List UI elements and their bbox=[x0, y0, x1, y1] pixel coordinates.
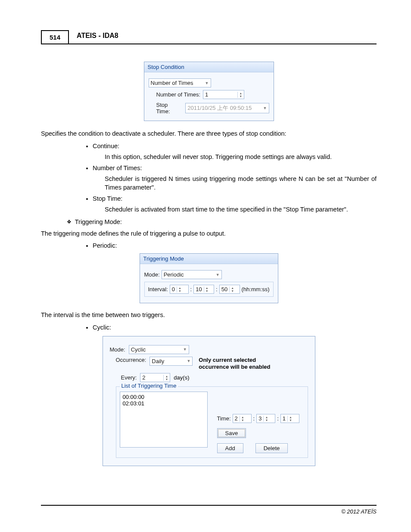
interval-label: Interval: bbox=[148, 286, 168, 292]
save-button[interactable]: Save bbox=[217, 428, 246, 438]
panel-title: Triggering Mode bbox=[140, 254, 278, 264]
occurrence-combo[interactable]: Daily ▼ bbox=[149, 357, 193, 366]
list-item-label: Cyclic: bbox=[93, 324, 111, 331]
interval-ss-spinner[interactable]: 50 ▲▼ bbox=[219, 285, 240, 294]
stop-type-combo[interactable]: Number of Times ▼ bbox=[149, 78, 211, 87]
every-spinner[interactable]: 2 ▲▼ bbox=[140, 373, 170, 382]
spinner-arrows-icon: ▲▼ bbox=[229, 286, 234, 292]
interval-hh-spinner[interactable]: 0 ▲▼ bbox=[170, 285, 189, 294]
list-item[interactable]: 02:03:01 bbox=[123, 400, 205, 407]
stop-condition-list: Continue: In this option, scheduler will… bbox=[93, 143, 377, 214]
count-spinner[interactable]: 1 ▲▼ bbox=[203, 90, 244, 99]
document-title: ATEIS - IDA8 bbox=[69, 32, 118, 42]
spinner-arrows-icon: ▲▼ bbox=[287, 416, 292, 422]
stop-time-label: Stop Time: bbox=[156, 102, 183, 115]
stop-time-value: 2011/10/25 上午 09:50:15 bbox=[187, 104, 252, 112]
page-header: 514 ATEIS - IDA8 bbox=[41, 30, 377, 44]
spinner-arrows-icon: ▲▼ bbox=[263, 416, 268, 422]
mode-value: Periodic bbox=[164, 271, 184, 278]
chevron-down-icon: ▼ bbox=[263, 106, 267, 110]
stop-time-combo[interactable]: 2011/10/25 上午 09:50:15 ▼ bbox=[185, 103, 269, 113]
list-item[interactable]: 00:00:00 bbox=[123, 394, 205, 400]
triggering-time-listbox[interactable]: 00:00:00 02:03:01 bbox=[120, 392, 208, 448]
list-item-desc: In this option, scheduler will never sto… bbox=[105, 153, 377, 162]
interval-unit: (hh:mm:ss) bbox=[242, 286, 270, 292]
periodic-desc: The interval is the time between two tri… bbox=[41, 311, 377, 320]
stop-condition-panel: Stop Condition Number of Times ▼ Number … bbox=[144, 62, 274, 121]
list-item-label: Periodic: bbox=[93, 242, 117, 249]
section-heading: ❖ Triggering Mode: bbox=[67, 218, 377, 225]
fieldset-legend: List of Triggering Time bbox=[120, 383, 178, 389]
occurrence-notice: Only current selected occurrence will be… bbox=[199, 357, 285, 371]
mode-label: Mode: bbox=[144, 271, 160, 278]
spinner-arrows-icon: ▲▼ bbox=[237, 92, 242, 98]
list-item-label: Continue: bbox=[93, 143, 119, 149]
mode-combo[interactable]: Periodic ▼ bbox=[162, 270, 222, 279]
count-value: 1 bbox=[205, 91, 208, 98]
list-item-label: Number of Times: bbox=[93, 165, 142, 171]
every-label: Every: bbox=[121, 374, 137, 381]
chevron-down-icon: ▼ bbox=[216, 273, 220, 277]
chevron-down-icon: ▼ bbox=[183, 347, 187, 352]
mode-label: Mode: bbox=[110, 346, 125, 353]
triggering-mode-list: Periodic: bbox=[93, 242, 377, 249]
list-item-desc: Scheduler is triggered N times using tri… bbox=[105, 175, 377, 192]
section-title: Triggering Mode: bbox=[75, 218, 122, 225]
time-hh-spinner[interactable]: 2 ▲▼ bbox=[233, 414, 252, 423]
page-number: 514 bbox=[41, 30, 69, 44]
time-mm-spinner[interactable]: 3 ▲▼ bbox=[256, 414, 275, 423]
time-ss-spinner[interactable]: 1 ▲▼ bbox=[280, 414, 299, 423]
intro-text: Specifies the condition to deactivate a … bbox=[41, 130, 377, 138]
chevron-down-icon: ▼ bbox=[187, 359, 190, 363]
list-item-label: Stop Time: bbox=[93, 195, 122, 202]
section-desc: The triggering mode defines the rule of … bbox=[41, 230, 377, 238]
occurrence-label: Occurrence: bbox=[116, 357, 146, 363]
panel-title: Stop Condition bbox=[144, 62, 274, 72]
list-item-desc: Scheduler is activated from start time t… bbox=[105, 205, 377, 214]
triggering-periodic-panel: Triggering Mode Mode: Periodic ▼ Interva… bbox=[140, 253, 278, 303]
mode-value: Cyclic bbox=[131, 346, 146, 353]
spinner-arrows-icon: ▲▼ bbox=[177, 286, 181, 292]
every-unit: day(s) bbox=[174, 374, 189, 381]
stop-type-value: Number of Times bbox=[151, 80, 193, 86]
chevron-down-icon: ▼ bbox=[205, 81, 209, 85]
mode-combo[interactable]: Cyclic ▼ bbox=[129, 345, 189, 354]
occurrence-value: Daily bbox=[152, 358, 164, 364]
count-label: Number of Times: bbox=[156, 91, 201, 98]
add-button[interactable]: Add bbox=[217, 443, 243, 453]
spinner-arrows-icon: ▲▼ bbox=[204, 286, 209, 292]
interval-mm-spinner[interactable]: 10 ▲▼ bbox=[193, 285, 214, 294]
delete-button[interactable]: Delete bbox=[255, 443, 288, 453]
footer-copyright: © 2012 ATEÏS bbox=[41, 505, 377, 515]
triggering-mode-list-2: Cyclic: bbox=[93, 324, 377, 331]
triggering-cyclic-panel: Mode: Cyclic ▼ Occurrence: Daily ▼ Only … bbox=[103, 336, 315, 467]
time-label: Time: bbox=[217, 415, 231, 422]
spinner-arrows-icon: ▲▼ bbox=[240, 416, 244, 422]
triggering-time-fieldset: List of Triggering Time 00:00:00 02:03:0… bbox=[116, 386, 308, 458]
diamond-icon: ❖ bbox=[67, 219, 72, 225]
spinner-arrows-icon: ▲▼ bbox=[163, 375, 168, 381]
